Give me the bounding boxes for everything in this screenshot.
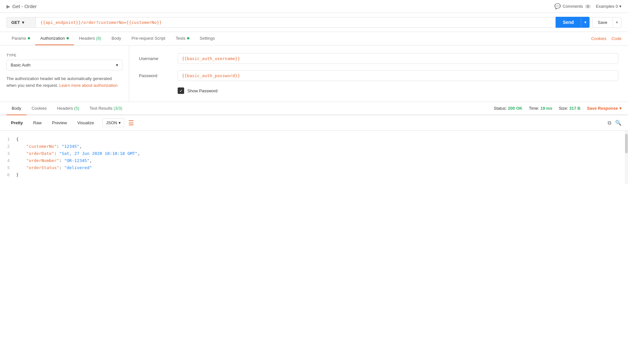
top-right-actions: 💬 Comments 0 Examples 0 ▾ [554, 3, 622, 9]
tab-body[interactable]: Body [106, 32, 126, 45]
scrollbar-thumb[interactable] [625, 134, 628, 153]
resp-tab-test-results[interactable]: Test Results (3/3) [84, 102, 127, 115]
chevron-down-icon: ▾ [116, 63, 118, 67]
auth-type-select[interactable]: Basic Auth ▾ [6, 60, 122, 70]
auth-learn-more-link[interactable]: Learn more about authorization [59, 83, 118, 88]
tab-params[interactable]: Params [6, 32, 35, 45]
request-title: ▶ Get - Order [6, 4, 37, 9]
code-area: 1 { 2 "customerNo": "12345", 3 "orderDat… [0, 131, 628, 184]
expand-arrow-icon[interactable]: ▶ [6, 4, 10, 9]
url-bar: GET ▾ Send ▾ Save ▾ [0, 13, 628, 32]
comments-icon: 💬 [554, 3, 561, 9]
request-tabs: Params Authorization Headers (8) Body Pr… [0, 32, 628, 46]
chevron-down-icon: ▾ [619, 4, 622, 9]
code-line-3: 3 "orderDate": "Sat, 27 Jun 2020 10:10:1… [0, 150, 628, 157]
request-name: Get - Order [12, 4, 37, 9]
status-label: Status: [494, 106, 508, 111]
password-label: Password [139, 73, 178, 78]
save-response-button[interactable]: Save Response ▾ [587, 106, 622, 111]
scrollbar-track[interactable] [625, 131, 628, 184]
code-line-2: 2 "customerNo": "12345", [0, 143, 628, 150]
tab-authorization[interactable]: Authorization [35, 32, 74, 45]
save-button[interactable]: Save ▾ [592, 17, 622, 28]
tab-pre-request-script[interactable]: Pre-request Script [126, 32, 171, 45]
username-label: Username [139, 56, 178, 61]
main-content: TYPE Basic Auth ▾ The authorization head… [0, 46, 628, 102]
chevron-down-icon: ▾ [119, 120, 121, 125]
time-value: 19 ms [540, 106, 552, 111]
password-input[interactable] [178, 70, 618, 81]
save-chevron-icon[interactable]: ▾ [612, 18, 621, 27]
fmt-tab-pretty[interactable]: Pretty [6, 118, 27, 127]
response-status: Status: 200 OK Time: 19 ms Size: 317 B S… [494, 106, 622, 111]
checkmark-icon: ✓ [179, 88, 183, 93]
code-line-4: 4 "orderNumber": "OR-12345", [0, 157, 628, 164]
type-label: TYPE [6, 53, 122, 57]
status-value: 200 OK [508, 106, 522, 111]
code-line-1: 1 { [0, 136, 628, 143]
examples-button[interactable]: Examples 0 ▾ [596, 4, 622, 9]
tab-headers[interactable]: Headers (8) [74, 32, 107, 45]
resp-tab-headers[interactable]: Headers (5) [52, 102, 85, 115]
method-select[interactable]: GET ▾ [6, 17, 36, 28]
show-password-row: ✓ Show Password [178, 87, 618, 94]
comments-button[interactable]: 💬 Comments 0 [554, 3, 591, 9]
cookies-link[interactable]: Cookies [591, 32, 606, 45]
size-value: 317 B [569, 106, 581, 111]
username-input[interactable] [178, 53, 618, 64]
size-label: Size: [559, 106, 570, 111]
copy-button[interactable]: ⧉ [608, 120, 611, 126]
format-right-actions: ⧉ 🔍 [608, 120, 622, 126]
auth-left-panel: TYPE Basic Auth ▾ The authorization head… [0, 46, 129, 102]
top-bar: ▶ Get - Order 💬 Comments 0 Examples 0 ▾ [0, 0, 628, 13]
search-button[interactable]: 🔍 [615, 120, 622, 126]
code-line-5: 5 "orderStatus": "delivered" [0, 164, 628, 171]
code-link[interactable]: Code [612, 32, 622, 45]
fmt-tab-visualize[interactable]: Visualize [73, 118, 99, 127]
resp-tab-cookies[interactable]: Cookies [26, 102, 52, 115]
time-label: Time: [529, 106, 540, 111]
fmt-tab-preview[interactable]: Preview [47, 118, 71, 127]
format-bar: Pretty Raw Preview Visualize JSON ▾ ☰ ⧉ … [0, 115, 628, 131]
password-row: Password [139, 70, 618, 81]
tab-settings[interactable]: Settings [194, 32, 220, 45]
username-row: Username [139, 53, 618, 64]
comments-badge: 0 [585, 5, 591, 8]
show-password-checkbox[interactable]: ✓ [178, 87, 184, 94]
send-button[interactable]: Send ▾ [556, 17, 590, 28]
code-line-6: 6 } [0, 171, 628, 178]
url-input[interactable] [36, 17, 556, 28]
show-password-label: Show Password [187, 88, 217, 93]
tab-tests[interactable]: Tests [171, 32, 194, 45]
params-dot [28, 37, 30, 39]
tests-dot [187, 37, 189, 39]
tab-right-links: Cookies Code [591, 32, 622, 45]
resp-tab-body[interactable]: Body [6, 102, 26, 115]
wrap-icon[interactable]: ☰ [128, 119, 134, 127]
chevron-down-icon: ▾ [619, 106, 622, 111]
auth-right-panel: Username Password ✓ Show Password [129, 46, 628, 102]
auth-note: The authorization header will be automat… [6, 76, 122, 89]
send-chevron-icon[interactable]: ▾ [581, 17, 590, 27]
format-type-select[interactable]: JSON ▾ [102, 118, 124, 127]
chevron-down-icon: ▾ [22, 20, 24, 25]
auth-dot [67, 37, 69, 39]
response-tabs: Body Cookies Headers (5) Test Results (3… [0, 102, 628, 115]
fmt-tab-raw[interactable]: Raw [29, 118, 46, 127]
